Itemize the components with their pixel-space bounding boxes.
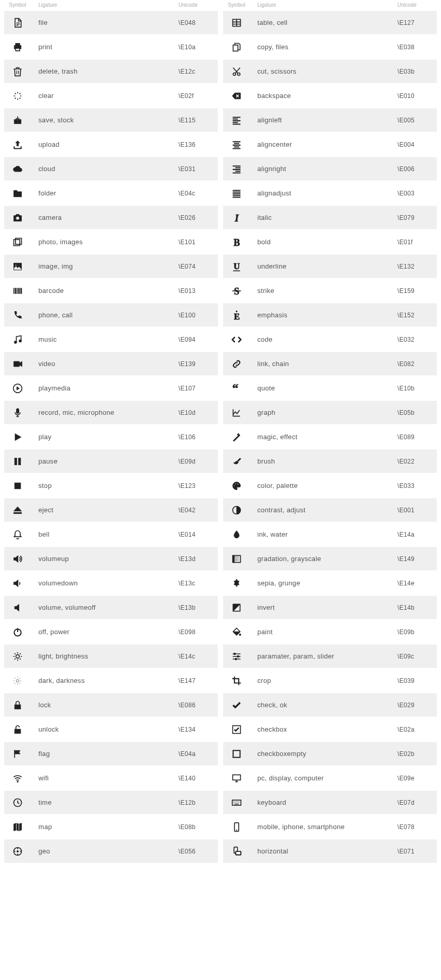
- icon-row: record, mic, microphone\E10d: [4, 401, 218, 424]
- unicode-text: \E071: [397, 848, 437, 855]
- icon-row: folder\E04c: [4, 181, 218, 205]
- unicode-text: \E140: [178, 775, 218, 782]
- code-icon: [223, 334, 250, 345]
- ligature-text: bold: [250, 238, 397, 246]
- contrast-icon: [223, 505, 250, 515]
- ligature-text: lock: [31, 701, 178, 709]
- ligature-text: upload: [31, 141, 178, 148]
- ligature-text: code: [250, 335, 397, 343]
- unicode-text: \E079: [397, 214, 437, 221]
- time-icon: [4, 797, 31, 808]
- pc-icon: [223, 773, 250, 783]
- icon-row: keyboard\E07d: [223, 791, 437, 814]
- play-icon: [4, 432, 31, 442]
- unicode-text: \E139: [178, 360, 218, 368]
- ligature-text: play: [31, 433, 178, 441]
- barcode-icon: [4, 286, 31, 296]
- file-icon: [4, 18, 31, 28]
- ligature-text: off, power: [31, 628, 178, 636]
- pause-icon: [4, 456, 31, 467]
- ligature-text: alignright: [250, 165, 397, 173]
- icon-row: sepia, grunge\E14e: [223, 571, 437, 595]
- ligature-text: italic: [250, 214, 397, 221]
- unicode-text: \E14a: [397, 531, 437, 538]
- ligature-text: eject: [31, 506, 178, 514]
- ligature-text: wifi: [31, 774, 178, 782]
- icon-row: brush\E022: [223, 450, 437, 473]
- italic-icon: [223, 213, 250, 223]
- icon-row: strike\E159: [223, 279, 437, 302]
- keyboard-icon: [223, 797, 250, 808]
- palette-icon: [223, 481, 250, 491]
- ligature-text: graph: [250, 409, 397, 416]
- unicode-text: \E09c: [397, 653, 437, 660]
- unicode-text: \E08b: [178, 823, 218, 831]
- crop-icon: [223, 676, 250, 686]
- graph-icon: [223, 408, 250, 418]
- backspace-icon: [223, 91, 250, 101]
- ligature-text: strike: [250, 287, 397, 295]
- link-icon: [223, 359, 250, 369]
- icon-row: clear\E02f: [4, 84, 218, 107]
- unicode-text: \E13d: [178, 555, 218, 563]
- icon-row: light, brightness\E14c: [4, 645, 218, 668]
- ligature-text: photo, images: [31, 238, 178, 246]
- icon-row: stop\E123: [4, 474, 218, 497]
- unicode-text: \E048: [178, 19, 218, 26]
- ligature-text: print: [31, 43, 178, 51]
- music-icon: [4, 334, 31, 345]
- lock-icon: [4, 700, 31, 710]
- icon-row: underline\E132: [223, 255, 437, 278]
- icon-row: checkboxempty\E02b: [223, 742, 437, 765]
- ligature-text: horizontal: [250, 847, 397, 855]
- ligature-text: pause: [31, 457, 178, 465]
- ligature-text: folder: [31, 189, 178, 197]
- unicode-text: \E04a: [178, 750, 218, 758]
- ligature-text: clear: [31, 92, 178, 100]
- ligature-text: backspace: [250, 92, 397, 100]
- unicode-text: \E026: [178, 214, 218, 221]
- ligature-text: volume, volumeoff: [31, 604, 178, 611]
- ligature-text: checkboxempty: [250, 750, 397, 758]
- unicode-text: \E02b: [397, 750, 437, 758]
- unicode-text: \E136: [178, 141, 218, 148]
- unicode-text: \E04c: [178, 190, 218, 197]
- icon-row: magic, effect\E089: [223, 425, 437, 449]
- unicode-text: \E147: [178, 677, 218, 684]
- unicode-text: \E033: [397, 482, 437, 489]
- icon-row: checkbox\E02a: [223, 718, 437, 741]
- power-icon: [4, 627, 31, 637]
- icon-row: file\E048: [4, 11, 218, 34]
- ligature-text: table, cell: [250, 19, 397, 26]
- alignright-icon: [223, 164, 250, 174]
- unicode-text: \E132: [397, 263, 437, 270]
- unicode-text: \E09d: [178, 458, 218, 465]
- unicode-text: \E10d: [178, 409, 218, 416]
- ligature-text: phone, call: [31, 311, 178, 319]
- gradation-icon: [223, 554, 250, 564]
- icon-row: cut, scissors\E03b: [223, 60, 437, 83]
- unicode-text: \E014: [178, 531, 218, 538]
- mic-icon: [4, 408, 31, 418]
- unicode-text: \E042: [178, 507, 218, 514]
- ligature-text: paramater, param, slider: [250, 652, 397, 660]
- bell-icon: [4, 529, 31, 540]
- unicode-text: \E013: [178, 287, 218, 295]
- icon-row: bold\E01f: [223, 230, 437, 254]
- ligature-text: link, chain: [250, 360, 397, 368]
- icon-row: code\E032: [223, 328, 437, 351]
- eject-icon: [4, 505, 31, 515]
- unicode-text: \E039: [397, 677, 437, 684]
- ligature-text: playmedia: [31, 384, 178, 392]
- volumeoff-icon: [4, 603, 31, 613]
- icon-row: emphasis\E152: [223, 303, 437, 327]
- right-column: Symbol Ligature Unicode table, cell\E127…: [223, 0, 437, 863]
- ligature-text: paint: [250, 628, 397, 636]
- icon-row: bell\E014: [4, 523, 218, 546]
- ligature-text: emphasis: [250, 311, 397, 319]
- ligature-text: volumeup: [31, 555, 178, 563]
- icon-row: delete, trash\E12c: [4, 60, 218, 83]
- print-icon: [4, 42, 31, 52]
- header-symbol: Symbol: [223, 2, 250, 8]
- ligature-text: sepia, grunge: [250, 579, 397, 587]
